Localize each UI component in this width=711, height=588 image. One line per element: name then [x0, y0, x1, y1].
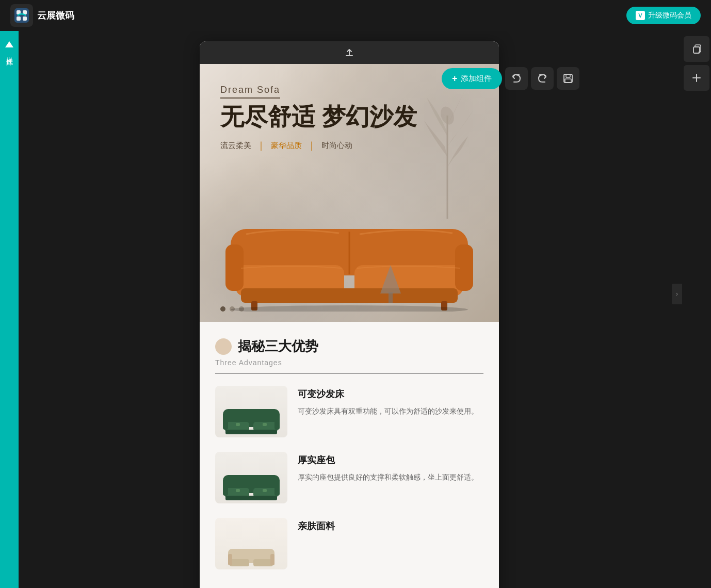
mini-sofa-1 — [220, 401, 282, 437]
feature-title-3: 亲肤面料 — [298, 520, 483, 532]
add-component-button[interactable]: + 添加组件 — [442, 68, 502, 89]
svg-rect-16 — [225, 244, 244, 291]
svg-rect-26 — [223, 414, 228, 430]
svg-rect-7 — [565, 79, 571, 83]
feature-desc-2: 厚实的座包提供良好的支撑和柔软触感，坐上面更舒适。 — [298, 471, 483, 484]
section-title: 揭秘三大优势 — [238, 337, 318, 355]
top-bar: 云展微码 V 升级微码会员 — [0, 0, 711, 31]
svg-rect-25 — [225, 430, 277, 434]
svg-rect-40 — [253, 559, 273, 566]
svg-rect-0 — [14, 8, 29, 23]
svg-rect-36 — [236, 489, 240, 492]
panel-add-button[interactable] — [684, 65, 709, 91]
sidebar-triangle-icon — [5, 41, 13, 47]
logo-area: 云展微码 — [10, 4, 74, 27]
hero-text-area: Dream Sofa 无尽舒适 梦幻沙发 流云柔美 ｜ 豪华品质 ｜ 时尚心动 — [220, 85, 417, 152]
feature-text-3: 亲肤面料 — [298, 518, 483, 537]
svg-rect-4 — [23, 17, 27, 21]
undo-button[interactable] — [505, 67, 528, 90]
divider-2: ｜ — [307, 139, 316, 152]
feature-title-1: 可变沙发床 — [298, 388, 483, 400]
section-dot — [215, 338, 232, 355]
svg-rect-35 — [274, 480, 280, 496]
svg-rect-3 — [17, 17, 21, 21]
section-title-row: 揭秘三大优势 — [215, 337, 483, 355]
vip-icon: V — [636, 11, 645, 20]
svg-rect-34 — [223, 480, 228, 496]
upload-bar — [200, 41, 499, 64]
panel-copy-button[interactable] — [684, 36, 709, 62]
svg-rect-28 — [236, 423, 240, 426]
svg-rect-41 — [228, 554, 232, 565]
feature-image-3 — [215, 518, 287, 569]
feature-text-1: 可变沙发床 可变沙发床具有双重功能，可以作为舒适的沙发来使用。 — [298, 386, 483, 418]
chevron-right-icon: › — [676, 290, 678, 298]
tag-1: 流云柔美 — [220, 141, 251, 151]
add-component-label: 添加组件 — [461, 74, 492, 84]
mini-sofa-2 — [220, 467, 282, 503]
svg-rect-27 — [274, 414, 280, 430]
svg-rect-39 — [230, 559, 249, 566]
upgrade-button[interactable]: V 升级微码会员 — [626, 7, 701, 24]
hero-banner: Dream Sofa 无尽舒适 梦幻沙发 流云柔美 ｜ 豪华品质 ｜ 时尚心动 — [200, 64, 499, 322]
feature-item-1: 可变沙发床 可变沙发床具有双重功能，可以作为舒适的沙发来使用。 — [215, 386, 483, 437]
phone-frame: Dream Sofa 无尽舒适 梦幻沙发 流云柔美 ｜ 豪华品质 ｜ 时尚心动 — [200, 41, 499, 588]
main-sofa-image — [220, 198, 478, 312]
svg-rect-33 — [225, 496, 277, 500]
logo-text: 云展微码 — [37, 9, 74, 22]
tag-2: 豪华品质 — [271, 141, 302, 151]
svg-rect-42 — [270, 554, 274, 565]
tag-3: 时尚心动 — [321, 141, 352, 151]
advantages-section: 揭秘三大优势 Three Advantages — [200, 322, 499, 588]
feature-image-1 — [215, 386, 287, 437]
feature-item-2: 厚实座包 厚实的座包提供良好的支撑和柔软触感，坐上面更舒适。 — [215, 452, 483, 503]
section-subtitle: Three Advantages — [215, 358, 483, 373]
feature-text-2: 厚实座包 厚实的座包提供良好的支撑和柔软触感，坐上面更舒适。 — [298, 452, 483, 484]
svg-rect-37 — [263, 489, 267, 492]
canvas-area: + 添加组件 — [19, 31, 711, 588]
right-panel — [682, 31, 711, 92]
feature-image-2 — [215, 452, 287, 503]
divider-1: ｜ — [256, 139, 266, 152]
feature-desc-1: 可变沙发床具有双重功能，可以作为舒适的沙发来使用。 — [298, 405, 483, 418]
sofa-image-area — [200, 198, 499, 312]
hero-subtitle: Dream Sofa — [220, 85, 280, 99]
upgrade-label: 升级微码会员 — [648, 11, 691, 20]
plus-icon: + — [452, 73, 458, 84]
hero-tags: 流云柔美 ｜ 豪华品质 ｜ 时尚心动 — [220, 139, 417, 152]
logo-icon — [10, 4, 33, 27]
svg-rect-29 — [263, 423, 267, 426]
save-button[interactable] — [557, 67, 579, 90]
svg-rect-13 — [241, 288, 458, 303]
section-header: 揭秘三大优势 Three Advantages — [215, 337, 483, 373]
svg-point-19 — [231, 305, 468, 312]
feature-item-3: 亲肤面料 — [215, 518, 483, 569]
left-sidebar: 样式库 — [0, 31, 19, 588]
sidebar-label[interactable]: 样式库 — [5, 52, 14, 55]
mini-sofa-3 — [225, 544, 277, 569]
redo-button[interactable] — [531, 67, 554, 90]
toolbar: + 添加组件 — [442, 67, 579, 90]
expand-panel-button[interactable]: › — [672, 284, 682, 304]
hero-title: 无尽舒适 梦幻沙发 — [220, 103, 417, 131]
feature-title-2: 厚实座包 — [298, 454, 483, 466]
svg-rect-21 — [389, 292, 393, 303]
